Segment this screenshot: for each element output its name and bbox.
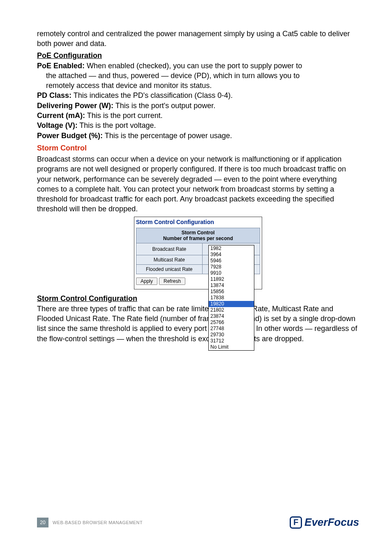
rate-option[interactable]: 23874 [209,313,254,319]
rate-option[interactable]: 15856 [209,289,254,295]
poe-config-heading: PoE Configuration [37,51,359,60]
voltage-def: Voltage (V): This is the port voltage. [37,120,359,130]
storm-control-title: Storm Control [37,144,359,153]
rate-option[interactable]: 5946 [209,258,254,264]
rate-option[interactable]: No Limit [209,344,254,350]
rate-option[interactable]: 9910 [209,270,254,276]
poe-enabled-def: PoE Enabled: When enabled (checked), you… [37,61,359,91]
logo-wordmark: EverFocus [304,516,359,529]
logo-mark-icon: F [290,516,302,529]
rate-option[interactable]: 27748 [209,326,254,332]
power-budget-def: Power Budget (%): This is the percentage… [37,131,359,141]
page-number-badge: 20 [37,518,48,527]
rate-option[interactable]: 17838 [209,295,254,301]
poe-enabled-term: PoE Enabled: [37,62,85,70]
storm-control-para: Broadcast storms can occur when a device… [37,154,359,214]
rate-option[interactable]: 7928 [209,264,254,270]
row-multicast-label: Multicast Rate [136,255,203,264]
delivering-power-def: Delivering Power (W): This is the port's… [37,101,359,111]
panel-header-l2: Number of frames per second [138,236,258,241]
apply-button[interactable]: Apply [136,278,157,285]
current-text: This is the port current. [85,111,163,120]
everfocus-logo: F EverFocus [290,516,359,529]
rate-option[interactable]: 31712 [209,338,254,344]
pdclass-def: PD Class: This indicates the PD's classi… [37,90,359,100]
refresh-button[interactable]: Refresh [159,278,185,285]
pdclass-term: PD Class: [37,91,71,99]
rate-option[interactable]: 29730 [209,332,254,338]
rate-option[interactable]: 11892 [209,276,254,282]
poe-enabled-text-a: When enabled (checked), you can use the … [85,62,302,70]
delivering-power-text: This is the port's output power. [113,102,215,110]
intro-text: remotely control and centralized the pow… [37,29,359,49]
storm-config-panel: Storm Control Configuration Storm Contro… [134,217,262,289]
pdclass-text: This indicates the PD's classification (… [71,91,233,99]
storm-config-para: There are three types of traffic that ca… [37,304,359,344]
delivering-power-term: Delivering Power (W): [37,102,113,110]
rate-option[interactable]: 3964 [209,252,254,258]
current-def: Current (mA): This is the port current. [37,111,359,120]
current-term: Current (mA): [37,111,85,120]
rate-option-selected[interactable]: 19820 [209,301,254,307]
panel-header-l1: Storm Control [138,230,258,236]
voltage-text: This is the port voltage. [78,121,156,130]
panel-header: Storm Control Number of frames per secon… [136,228,260,243]
poe-enabled-text-b: the attached — and thus, powered — devic… [37,71,359,81]
rate-dropdown-list[interactable]: 1982 3964 5946 7928 9910 11892 13874 158… [208,245,254,351]
poe-enabled-text-c: remotely access that device and monitor … [37,81,359,90]
row-flooded-label: Flooded unicast Rate [136,264,203,274]
footer-section-label: WEB-BASED BROWSER MANAGEMENT [53,520,143,525]
power-budget-term: Power Budget (%): [37,132,103,140]
rate-option[interactable]: 13874 [209,282,254,289]
rate-option[interactable]: 25766 [209,319,254,326]
voltage-term: Voltage (V): [37,121,78,130]
storm-config-heading: Storm Control Configuration [37,294,359,303]
panel-title: Storm Control Configuration [134,217,262,228]
row-broadcast-label: Broadcast Rate [136,243,203,255]
rate-option[interactable]: 21802 [209,307,254,313]
rate-option[interactable]: 1982 [209,245,254,252]
power-budget-text: This is the percentage of power usage. [103,132,232,140]
